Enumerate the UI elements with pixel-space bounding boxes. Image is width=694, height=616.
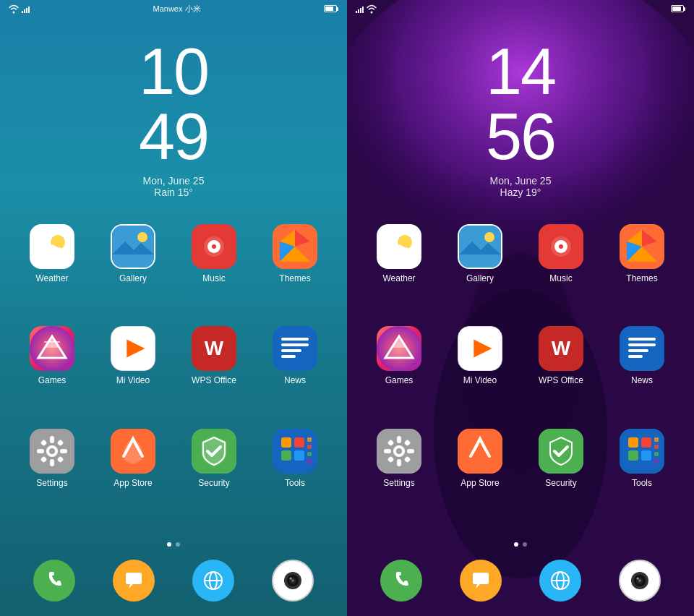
right-dock-phone[interactable] <box>380 560 422 602</box>
right-security-icon <box>539 429 583 474</box>
svg-rect-48 <box>307 437 312 442</box>
left-app-news[interactable]: News <box>257 326 333 422</box>
svg-rect-116 <box>654 459 659 463</box>
left-clock-weather: Rain 15° <box>0 187 347 198</box>
svg-rect-49 <box>307 445 312 449</box>
right-news-label: News <box>631 375 653 385</box>
right-signal-icon <box>356 4 364 13</box>
svg-rect-106 <box>458 429 502 474</box>
settings-icon <box>30 429 74 474</box>
right-settings-label: Settings <box>383 478 414 488</box>
left-dock <box>0 552 347 616</box>
right-phone-screen: 14 56 Mon, June 25 Hazy 19° Weather <box>347 0 694 616</box>
left-app-wps[interactable]: W WPS Office <box>176 326 252 422</box>
svg-point-60 <box>290 578 292 580</box>
svg-rect-112 <box>641 450 651 461</box>
svg-point-3 <box>38 248 51 258</box>
svg-rect-34 <box>50 459 54 466</box>
right-app-music[interactable]: Music <box>523 224 599 320</box>
right-clock-weather: Hazy 19° <box>347 187 694 198</box>
right-mivideo-label: Mi Video <box>463 375 497 385</box>
svg-point-75 <box>559 244 563 249</box>
svg-rect-114 <box>654 445 659 449</box>
left-status-right <box>324 5 338 12</box>
signal-icon <box>22 4 30 13</box>
right-status-left <box>356 4 377 14</box>
music-icon <box>192 224 236 269</box>
svg-rect-113 <box>654 437 659 442</box>
right-themes-icon <box>620 224 664 269</box>
svg-rect-44 <box>281 437 291 448</box>
svg-point-6 <box>137 232 147 242</box>
svg-rect-46 <box>281 450 291 461</box>
right-app-themes[interactable]: Themes <box>604 224 680 320</box>
right-weather-label: Weather <box>382 273 415 283</box>
games-icon <box>30 326 74 371</box>
left-app-settings[interactable]: Settings <box>14 429 90 525</box>
right-games-label: Games <box>385 375 414 385</box>
svg-rect-109 <box>628 437 638 448</box>
left-gallery-label: Gallery <box>119 273 147 283</box>
svg-rect-100 <box>384 449 391 453</box>
svg-rect-47 <box>294 450 304 461</box>
tools-icon <box>273 429 317 474</box>
left-weather-label: Weather <box>35 273 68 283</box>
right-app-games[interactable]: Games <box>361 326 437 422</box>
right-dock-browser[interactable] <box>539 560 581 602</box>
left-phone-screen: Manwex 小米 10 49 Mon, June 25 Rain 15° <box>0 0 347 616</box>
left-app-themes[interactable]: Themes <box>257 224 333 320</box>
left-settings-label: Settings <box>36 478 67 488</box>
wifi-icon <box>9 4 19 14</box>
left-dock-browser[interactable] <box>192 560 234 602</box>
left-app-music[interactable]: Music <box>176 224 252 320</box>
battery-icon <box>324 5 338 12</box>
themes-icon <box>273 224 317 269</box>
right-battery-icon <box>671 5 685 12</box>
right-clock-minute: 56 <box>347 104 694 169</box>
dot-1 <box>167 542 171 547</box>
right-dock-camera[interactable] <box>619 560 661 602</box>
left-games-label: Games <box>38 375 67 385</box>
mivideo-icon <box>111 326 155 371</box>
right-app-mivideo[interactable]: Mi Video <box>442 326 518 422</box>
left-app-weather[interactable]: Weather <box>14 224 90 320</box>
left-app-gallery[interactable]: Gallery <box>95 224 171 320</box>
left-app-tools[interactable]: Tools <box>257 429 333 525</box>
svg-text:W: W <box>205 337 224 359</box>
svg-rect-33 <box>50 436 54 443</box>
left-dock-phone[interactable] <box>33 560 75 602</box>
right-app-wps[interactable]: W WPS Office <box>523 326 599 422</box>
svg-rect-29 <box>281 355 296 358</box>
right-clock-hour: 14 <box>347 39 694 104</box>
left-app-security[interactable]: Security <box>176 429 252 525</box>
right-app-appstore[interactable]: App Store <box>442 429 518 525</box>
svg-rect-4 <box>112 226 154 268</box>
svg-point-32 <box>49 448 55 454</box>
right-dock-messages[interactable] <box>460 560 502 602</box>
svg-rect-115 <box>654 452 659 456</box>
right-app-security[interactable]: Security <box>523 429 599 525</box>
right-tools-label: Tools <box>632 478 652 488</box>
left-app-grid: Weather Gallery Music <box>0 213 347 536</box>
right-games-icon <box>377 326 421 371</box>
right-app-news[interactable]: News <box>604 326 680 422</box>
svg-rect-50 <box>307 452 312 456</box>
left-app-games[interactable]: Games <box>14 326 90 422</box>
right-dot-1 <box>514 542 518 547</box>
right-app-gallery[interactable]: Gallery <box>442 224 518 320</box>
left-tools-label: Tools <box>285 478 305 488</box>
left-app-appstore[interactable]: App Store <box>95 429 171 525</box>
right-app-settings[interactable]: Settings <box>361 429 437 525</box>
right-gallery-label: Gallery <box>466 273 494 283</box>
left-app-mivideo[interactable]: Mi Video <box>95 326 171 422</box>
left-dock-messages[interactable] <box>113 560 155 602</box>
left-clock-area: 10 49 Mon, June 25 Rain 15° <box>0 17 347 213</box>
left-dock-camera[interactable] <box>272 560 314 602</box>
right-appstore-icon <box>458 429 502 474</box>
left-status-left <box>9 4 30 14</box>
svg-rect-98 <box>397 436 401 443</box>
right-app-tools[interactable]: Tools <box>604 429 680 525</box>
right-app-weather[interactable]: Weather <box>361 224 437 320</box>
left-clock-date: Mon, June 25 <box>0 175 347 187</box>
svg-rect-26 <box>281 338 309 341</box>
